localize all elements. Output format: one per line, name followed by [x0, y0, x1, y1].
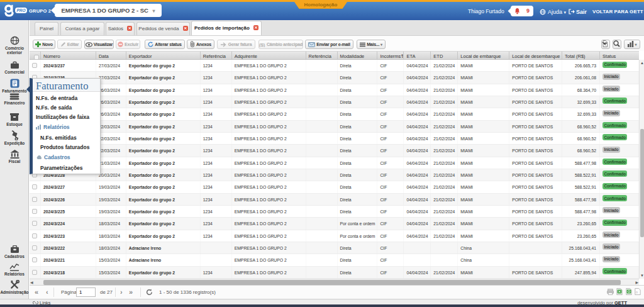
svg-text:($): ($) [259, 42, 265, 48]
